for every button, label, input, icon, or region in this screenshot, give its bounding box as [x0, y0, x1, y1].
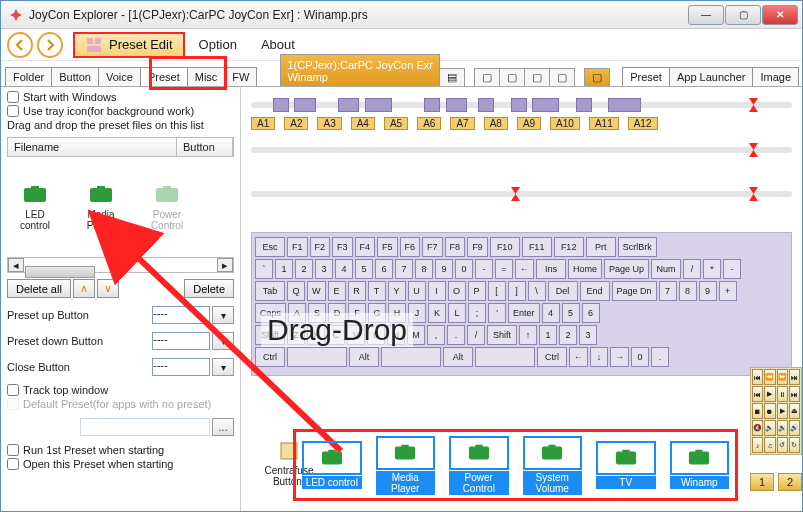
left-tab-voice[interactable]: Voice [98, 67, 141, 86]
key-F2[interactable]: F2 [310, 237, 331, 257]
key-.[interactable]: . [447, 325, 465, 345]
key-Page Dn[interactable]: Page Dn [612, 281, 657, 301]
doc-tab-1[interactable]: ▢ [474, 68, 500, 86]
key-2[interactable]: 2 [559, 325, 577, 345]
right-tab-preset[interactable]: Preset [622, 67, 670, 86]
key-1[interactable]: 1 [275, 259, 293, 279]
chk-run-first[interactable]: Run 1st Preset when starting [7, 444, 234, 456]
a-label[interactable]: A6 [417, 117, 441, 130]
bottom-preset-winamp[interactable]: Winamp [670, 441, 730, 489]
key-V[interactable]: V [347, 325, 365, 345]
key-F4[interactable]: F4 [355, 237, 376, 257]
key-Ins[interactable]: Ins [536, 259, 566, 279]
red-marker-icon[interactable] [511, 187, 520, 201]
key-O[interactable]: O [448, 281, 466, 301]
key-→[interactable]: → [610, 347, 629, 367]
a-label[interactable]: A7 [450, 117, 474, 130]
key-Ctrl[interactable]: Ctrl [255, 347, 285, 367]
key-4[interactable]: 4 [542, 303, 560, 323]
col-button[interactable]: Button [177, 138, 233, 156]
doc-tab-3[interactable]: ▢ [524, 68, 550, 86]
maximize-button[interactable]: ▢ [725, 5, 761, 25]
key-Alt[interactable]: Alt [349, 347, 379, 367]
slider-row-3[interactable] [251, 184, 792, 204]
key-F12[interactable]: F12 [554, 237, 584, 257]
key-3[interactable]: 3 [579, 325, 597, 345]
media-btn[interactable]: 🔇 [752, 420, 763, 436]
a-label[interactable]: A1 [251, 117, 275, 130]
nav-forward-button[interactable] [37, 32, 63, 58]
red-marker-icon[interactable] [749, 98, 758, 112]
key-1[interactable]: 1 [539, 325, 557, 345]
key-Del[interactable]: Del [548, 281, 578, 301]
move-down-button[interactable]: ∨ [97, 279, 119, 298]
a-label[interactable]: A2 [284, 117, 308, 130]
media-btn[interactable]: ⏺ [764, 403, 775, 419]
key-Enter[interactable]: Enter [508, 303, 540, 323]
key-B[interactable]: B [367, 325, 385, 345]
media-btn[interactable]: ⏏ [789, 403, 800, 419]
close-button-combo[interactable]: ---- [152, 358, 210, 376]
key-Y[interactable]: Y [388, 281, 406, 301]
key-P[interactable]: P [468, 281, 486, 301]
mini-tab-1[interactable]: ▤ [439, 68, 465, 86]
left-tab-misc[interactable]: Misc [187, 67, 226, 86]
key-S[interactable]: S [308, 303, 326, 323]
a-label[interactable]: A3 [317, 117, 341, 130]
key-Num[interactable]: Num [651, 259, 681, 279]
a-label[interactable]: A8 [484, 117, 508, 130]
bottom-preset-power-control[interactable]: Power Control [449, 436, 509, 495]
key-*[interactable]: * [703, 259, 721, 279]
right-tab-image[interactable]: Image [752, 67, 799, 86]
menu-about[interactable]: About [251, 37, 305, 52]
default-preset-browse[interactable]: … [212, 418, 234, 436]
key-U[interactable]: U [408, 281, 426, 301]
media-btn[interactable]: ⏮ [752, 369, 763, 385]
nav-back-button[interactable] [7, 32, 33, 58]
preset-down-browse[interactable]: ▾ [212, 332, 234, 350]
key-[[interactable]: [ [488, 281, 506, 301]
key-;[interactable]: ; [468, 303, 486, 323]
key-/[interactable]: / [683, 259, 701, 279]
move-up-button[interactable]: ∧ [73, 279, 95, 298]
scroll-thumb[interactable] [25, 266, 95, 278]
left-tab-fw[interactable]: FW [224, 67, 257, 86]
close-button-browse[interactable]: ▾ [212, 358, 234, 376]
key-space[interactable] [287, 347, 347, 367]
bottom-preset-system-volume[interactable]: System Volume [523, 436, 583, 495]
key-Prt[interactable]: Prt [586, 237, 616, 257]
doc-tab-4[interactable]: ▢ [549, 68, 575, 86]
media-btn[interactable]: ▶ [777, 403, 788, 419]
preset-up-combo[interactable]: ---- [152, 306, 210, 324]
key-.[interactable]: . [651, 347, 669, 367]
filelist-item[interactable]: Media Player [75, 183, 127, 231]
key-4[interactable]: 4 [335, 259, 353, 279]
key-7[interactable]: 7 [659, 281, 677, 301]
key-R[interactable]: R [348, 281, 366, 301]
media-btn[interactable]: ⏩ [777, 369, 788, 385]
key-+[interactable]: + [719, 281, 737, 301]
media-btn[interactable]: 🔊 [789, 420, 800, 436]
key-Caps[interactable]: Caps [255, 303, 286, 323]
key-0[interactable]: 0 [631, 347, 649, 367]
key-5[interactable]: 5 [562, 303, 580, 323]
filelist-item[interactable]: LED control [9, 183, 61, 231]
delete-button[interactable]: Delete [184, 279, 234, 298]
close-button[interactable]: ✕ [762, 5, 798, 25]
menu-option[interactable]: Option [189, 37, 247, 52]
key-Alt[interactable]: Alt [443, 347, 473, 367]
key-T[interactable]: T [368, 281, 386, 301]
slider-row-2[interactable] [251, 140, 792, 160]
preset-up-browse[interactable]: ▾ [212, 306, 234, 324]
key-,[interactable]: , [427, 325, 445, 345]
bottom-preset-media-player[interactable]: Media Player [376, 436, 436, 495]
key-3[interactable]: 3 [315, 259, 333, 279]
key-9[interactable]: 9 [435, 259, 453, 279]
key-↑[interactable]: ↑ [519, 325, 537, 345]
col-filename[interactable]: Filename [8, 138, 177, 156]
key-Ctrl[interactable]: Ctrl [537, 347, 567, 367]
media-btn[interactable]: 🔈 [764, 420, 775, 436]
hscrollbar[interactable]: ◂ ▸ [7, 257, 234, 273]
key-F8[interactable]: F8 [445, 237, 466, 257]
key-2[interactable]: 2 [295, 259, 313, 279]
